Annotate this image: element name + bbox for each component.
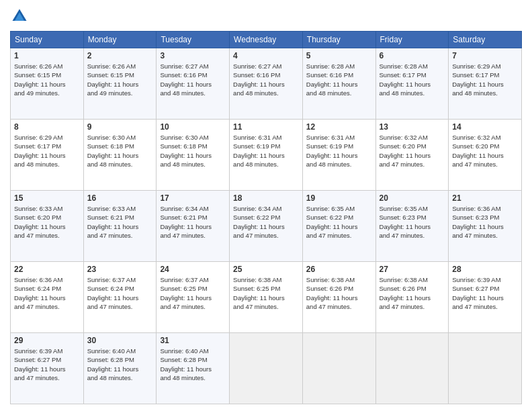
calendar-cell: 3Sunrise: 6:27 AM Sunset: 6:16 PM Daylig… (157, 48, 230, 120)
calendar-cell: 15Sunrise: 6:33 AM Sunset: 6:20 PM Dayli… (11, 191, 84, 262)
day-number: 2 (87, 51, 153, 60)
day-number: 24 (160, 265, 226, 274)
day-number: 3 (160, 51, 226, 60)
calendar-cell: 1Sunrise: 6:26 AM Sunset: 6:15 PM Daylig… (11, 48, 84, 120)
day-info: Sunrise: 6:27 AM Sunset: 6:16 PM Dayligh… (160, 62, 226, 97)
day-info: Sunrise: 6:38 AM Sunset: 6:26 PM Dayligh… (306, 275, 372, 311)
day-info: Sunrise: 6:32 AM Sunset: 6:20 PM Dayligh… (380, 133, 445, 169)
day-info: Sunrise: 6:29 AM Sunset: 6:17 PM Dayligh… (452, 62, 518, 97)
day-number: 28 (452, 265, 518, 274)
day-info: Sunrise: 6:29 AM Sunset: 6:17 PM Dayligh… (14, 133, 80, 169)
calendar-cell: 25Sunrise: 6:38 AM Sunset: 6:25 PM Dayli… (230, 262, 303, 333)
calendar-header-tuesday: Tuesday (157, 32, 230, 48)
day-number: 31 (160, 336, 226, 345)
calendar-cell: 9Sunrise: 6:30 AM Sunset: 6:18 PM Daylig… (83, 120, 157, 191)
calendar-cell: 20Sunrise: 6:35 AM Sunset: 6:23 PM Dayli… (375, 191, 449, 262)
calendar-week-2: 8Sunrise: 6:29 AM Sunset: 6:17 PM Daylig… (11, 120, 522, 191)
calendar-header-wednesday: Wednesday (230, 32, 303, 48)
calendar-week-4: 22Sunrise: 6:36 AM Sunset: 6:24 PM Dayli… (11, 262, 522, 333)
calendar-cell: 29Sunrise: 6:39 AM Sunset: 6:27 PM Dayli… (11, 333, 84, 404)
day-number: 29 (14, 336, 80, 345)
calendar-cell: 18Sunrise: 6:34 AM Sunset: 6:22 PM Dayli… (230, 191, 303, 262)
day-number: 1 (14, 51, 80, 60)
day-number: 17 (160, 193, 226, 203)
calendar-cell: 22Sunrise: 6:36 AM Sunset: 6:24 PM Dayli… (11, 262, 84, 333)
day-info: Sunrise: 6:31 AM Sunset: 6:19 PM Dayligh… (306, 133, 372, 169)
day-info: Sunrise: 6:33 AM Sunset: 6:20 PM Dayligh… (14, 204, 80, 240)
calendar-cell: 12Sunrise: 6:31 AM Sunset: 6:19 PM Dayli… (302, 120, 375, 191)
day-number: 6 (380, 51, 445, 60)
day-info: Sunrise: 6:30 AM Sunset: 6:18 PM Dayligh… (160, 133, 226, 169)
day-info: Sunrise: 6:34 AM Sunset: 6:21 PM Dayligh… (160, 204, 226, 240)
calendar-cell: 10Sunrise: 6:30 AM Sunset: 6:18 PM Dayli… (157, 120, 230, 191)
day-number: 30 (87, 336, 153, 345)
day-info: Sunrise: 6:28 AM Sunset: 6:17 PM Dayligh… (380, 62, 445, 97)
calendar-week-5: 29Sunrise: 6:39 AM Sunset: 6:27 PM Dayli… (11, 333, 522, 404)
calendar-cell: 2Sunrise: 6:26 AM Sunset: 6:15 PM Daylig… (83, 48, 157, 120)
calendar-cell: 28Sunrise: 6:39 AM Sunset: 6:27 PM Dayli… (449, 262, 522, 333)
day-info: Sunrise: 6:37 AM Sunset: 6:24 PM Dayligh… (87, 275, 153, 311)
page: SundayMondayTuesdayWednesdayThursdayFrid… (0, 0, 532, 411)
calendar-cell: 4Sunrise: 6:27 AM Sunset: 6:16 PM Daylig… (230, 48, 303, 120)
day-info: Sunrise: 6:26 AM Sunset: 6:15 PM Dayligh… (87, 62, 153, 97)
calendar-header-sunday: Sunday (11, 32, 84, 48)
calendar-cell: 6Sunrise: 6:28 AM Sunset: 6:17 PM Daylig… (375, 48, 449, 120)
day-number: 8 (14, 122, 80, 132)
day-number: 10 (160, 122, 226, 132)
calendar-cell: 17Sunrise: 6:34 AM Sunset: 6:21 PM Dayli… (157, 191, 230, 262)
day-number: 18 (233, 193, 299, 203)
calendar-cell: 8Sunrise: 6:29 AM Sunset: 6:17 PM Daylig… (11, 120, 84, 191)
day-info: Sunrise: 6:30 AM Sunset: 6:18 PM Dayligh… (87, 133, 153, 169)
day-number: 15 (14, 193, 80, 203)
day-number: 23 (87, 265, 153, 274)
day-number: 27 (380, 265, 445, 274)
header (10, 7, 522, 26)
calendar-cell: 23Sunrise: 6:37 AM Sunset: 6:24 PM Dayli… (83, 262, 157, 333)
calendar-cell: 13Sunrise: 6:32 AM Sunset: 6:20 PM Dayli… (375, 120, 449, 191)
calendar-header-friday: Friday (375, 32, 449, 48)
day-info: Sunrise: 6:32 AM Sunset: 6:20 PM Dayligh… (452, 133, 518, 169)
calendar-week-1: 1Sunrise: 6:26 AM Sunset: 6:15 PM Daylig… (11, 48, 522, 120)
day-info: Sunrise: 6:39 AM Sunset: 6:27 PM Dayligh… (452, 275, 518, 311)
calendar-header-thursday: Thursday (302, 32, 375, 48)
day-number: 9 (87, 122, 153, 132)
day-number: 16 (87, 193, 153, 203)
calendar-cell (375, 333, 449, 404)
day-number: 4 (233, 51, 299, 60)
calendar-cell: 7Sunrise: 6:29 AM Sunset: 6:17 PM Daylig… (449, 48, 522, 120)
calendar-cell: 30Sunrise: 6:40 AM Sunset: 6:28 PM Dayli… (83, 333, 157, 404)
day-info: Sunrise: 6:35 AM Sunset: 6:23 PM Dayligh… (380, 204, 445, 240)
logo (10, 7, 32, 26)
day-info: Sunrise: 6:31 AM Sunset: 6:19 PM Dayligh… (233, 133, 299, 169)
day-number: 12 (306, 122, 372, 132)
calendar-cell: 5Sunrise: 6:28 AM Sunset: 6:16 PM Daylig… (302, 48, 375, 120)
calendar-header-row: SundayMondayTuesdayWednesdayThursdayFrid… (11, 32, 522, 48)
day-number: 14 (452, 122, 518, 132)
day-info: Sunrise: 6:38 AM Sunset: 6:26 PM Dayligh… (380, 275, 445, 311)
day-number: 20 (380, 193, 445, 203)
calendar-week-3: 15Sunrise: 6:33 AM Sunset: 6:20 PM Dayli… (11, 191, 522, 262)
day-number: 11 (233, 122, 299, 132)
day-info: Sunrise: 6:36 AM Sunset: 6:23 PM Dayligh… (452, 204, 518, 240)
calendar-cell: 14Sunrise: 6:32 AM Sunset: 6:20 PM Dayli… (449, 120, 522, 191)
calendar-table: SundayMondayTuesdayWednesdayThursdayFrid… (10, 31, 522, 404)
calendar-cell: 27Sunrise: 6:38 AM Sunset: 6:26 PM Dayli… (375, 262, 449, 333)
day-info: Sunrise: 6:36 AM Sunset: 6:24 PM Dayligh… (14, 275, 80, 311)
day-info: Sunrise: 6:39 AM Sunset: 6:27 PM Dayligh… (14, 347, 80, 382)
day-number: 26 (306, 265, 372, 274)
day-number: 7 (452, 51, 518, 60)
calendar-cell: 19Sunrise: 6:35 AM Sunset: 6:22 PM Dayli… (302, 191, 375, 262)
day-info: Sunrise: 6:40 AM Sunset: 6:28 PM Dayligh… (160, 347, 226, 382)
calendar-cell: 11Sunrise: 6:31 AM Sunset: 6:19 PM Dayli… (230, 120, 303, 191)
day-info: Sunrise: 6:35 AM Sunset: 6:22 PM Dayligh… (306, 204, 372, 240)
day-number: 13 (380, 122, 445, 132)
calendar-cell: 26Sunrise: 6:38 AM Sunset: 6:26 PM Dayli… (302, 262, 375, 333)
day-number: 19 (306, 193, 372, 203)
day-info: Sunrise: 6:34 AM Sunset: 6:22 PM Dayligh… (233, 204, 299, 240)
day-info: Sunrise: 6:40 AM Sunset: 6:28 PM Dayligh… (87, 347, 153, 382)
day-info: Sunrise: 6:37 AM Sunset: 6:25 PM Dayligh… (160, 275, 226, 311)
day-number: 22 (14, 265, 80, 274)
day-number: 21 (452, 193, 518, 203)
calendar-header-monday: Monday (83, 32, 157, 48)
day-number: 5 (306, 51, 372, 60)
